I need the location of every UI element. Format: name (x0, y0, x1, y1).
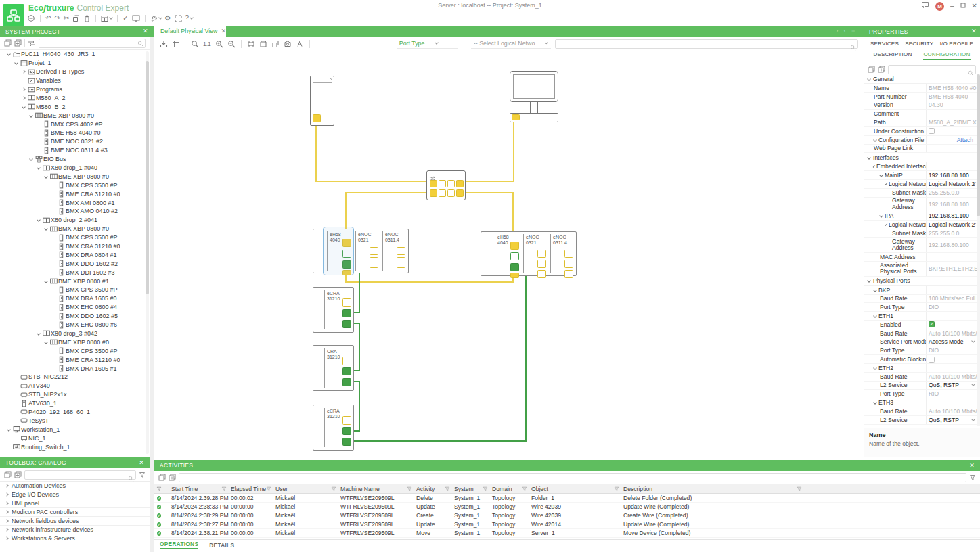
tree-expand-icon[interactable] (5, 536, 9, 540)
property-value[interactable]: QoS, RSTP (926, 382, 977, 390)
zoom-out-icon[interactable] (227, 40, 236, 48)
table-row[interactable]: ✓8/14/2024 2:38:29 PM00:00:00MickaëlWTFR… (154, 511, 980, 520)
row-expand-icon[interactable] (873, 366, 877, 370)
property-value[interactable]: QoS, RSTP (926, 416, 977, 424)
port[interactable] (430, 189, 437, 197)
property-value[interactable]: Attach (926, 136, 977, 144)
section-expand-icon[interactable] (867, 279, 871, 283)
wire-yellow[interactable] (315, 125, 317, 182)
tree-item[interactable]: BME XBP 0800 #1 (0, 277, 146, 285)
property-value[interactable] (926, 253, 977, 261)
tree-search-input[interactable] (41, 39, 136, 47)
property-value[interactable]: BME H58 4040 (926, 93, 977, 101)
tab-scroll-left-icon[interactable]: ‹ (837, 28, 839, 34)
port[interactable] (397, 247, 405, 255)
activities-close-icon[interactable]: ✕ (969, 462, 975, 469)
section-expand-icon[interactable] (867, 77, 871, 81)
section-expand-icon[interactable] (867, 156, 871, 160)
tree-expand-icon[interactable] (5, 484, 9, 488)
collapse-all-icon[interactable] (4, 37, 12, 49)
property-value[interactable]: Access Mode (926, 338, 977, 346)
tree-scrollbar[interactable] (146, 51, 149, 454)
property-value[interactable]: RIO (926, 390, 977, 398)
tree-item[interactable]: Programs (0, 85, 146, 94)
property-value[interactable]: Auto 10/100 Mbits/sec (926, 407, 977, 415)
property-section[interactable]: General (864, 74, 977, 84)
tree-item[interactable]: BME CRA 31210 #0 (0, 189, 146, 198)
toolbox-category[interactable]: Edge I/O Devices (0, 490, 150, 499)
row-expand-icon[interactable] (885, 223, 888, 226)
tree-expand-icon[interactable] (5, 519, 9, 523)
tab-security[interactable]: SECURITY (905, 41, 933, 47)
property-value[interactable]: 192.168.80.100 (926, 238, 977, 252)
tree-expand-icon[interactable] (28, 158, 35, 160)
tree-item[interactable]: X80 drop_1 #040 (0, 164, 146, 172)
toolbox-search-input[interactable] (27, 471, 127, 479)
port[interactable] (370, 267, 378, 275)
expand-all-icon[interactable] (14, 469, 22, 481)
filter-icon[interactable] (221, 486, 227, 492)
property-value[interactable]: 255.255.0.0 (926, 189, 977, 197)
tree-item[interactable]: BMX AMI 0800 #1 (0, 198, 146, 207)
sync-icon[interactable] (28, 37, 36, 49)
column-header-elapsed[interactable]: Elapsed Time (229, 484, 273, 493)
tree-expand-icon[interactable] (43, 341, 49, 344)
property-value[interactable] (926, 110, 977, 118)
wire-yellow[interactable] (466, 192, 514, 193)
tree-expand-icon[interactable] (20, 97, 27, 99)
tree-item[interactable]: BMX CPS 3500 #P (0, 181, 146, 189)
export-view-icon[interactable] (160, 40, 168, 48)
tree-expand-icon[interactable] (35, 166, 42, 169)
filter-icon[interactable] (969, 472, 976, 484)
property-value[interactable]: 100 Mbits/sec Full duplex (926, 295, 977, 303)
help-icon[interactable]: ? (185, 14, 194, 23)
column-header-machine[interactable]: Machine Name (338, 484, 414, 493)
port[interactable] (342, 416, 351, 425)
paste-icon[interactable] (83, 15, 91, 22)
close-icon[interactable]: ✕ (972, 2, 977, 10)
physical-view-canvas[interactable]: eH58 4040eNOC 0321eNOC 0311.4eH58 4040eN… (154, 51, 864, 460)
toolbox-category[interactable]: Workstations & Servers (0, 534, 150, 543)
tree-item[interactable]: BMX DDO 1602 #5 (0, 312, 146, 321)
property-value[interactable]: DIO (926, 303, 977, 311)
tree-item[interactable]: Projet_1 (0, 59, 146, 68)
collapse-all-icon[interactable] (4, 469, 12, 481)
switch-device[interactable] (426, 170, 466, 200)
tree-item[interactable]: BMX XBP 0800 #0 (0, 225, 146, 233)
toolbox-category[interactable]: Network infrastructure devices (0, 526, 150, 534)
table-row[interactable]: ✓8/14/2024 2:38:27 PM00:00:00MickaëlWTFR… (154, 520, 980, 529)
property-value[interactable]: Auto 10/100 Mbits/sec (926, 329, 977, 338)
property-section[interactable]: Physical Ports (864, 277, 977, 286)
tree-item[interactable]: Workstation_1 (0, 425, 146, 434)
tree-item[interactable]: STB_NIP2x1x (0, 390, 146, 399)
filter-icon[interactable] (797, 486, 802, 492)
tree-item[interactable]: BME H58 4040 #0 (0, 129, 146, 137)
tree-expand-icon[interactable] (5, 492, 9, 497)
port[interactable] (342, 378, 351, 386)
wire-green[interactable] (359, 323, 360, 371)
port[interactable] (342, 320, 351, 328)
checkbox-unchecked-icon[interactable] (929, 356, 935, 363)
tab-operations[interactable]: OPERATIONS (160, 540, 198, 549)
tree-item[interactable]: BMX DDI 1602 #3 (0, 268, 146, 277)
wire-yellow[interactable] (346, 192, 427, 193)
tab-details[interactable]: DETAILS (209, 542, 234, 549)
filter-icon[interactable] (445, 486, 450, 492)
tree-item[interactable]: TeSysT (0, 416, 146, 425)
filter-icon[interactable] (331, 486, 336, 492)
property-value[interactable]: DIO (926, 346, 977, 354)
tree-expand-icon[interactable] (20, 70, 27, 73)
tree-item[interactable]: BMX CRA 31210 #0 (0, 242, 146, 251)
filter-icon[interactable] (407, 486, 412, 492)
workstation-unit[interactable] (510, 113, 558, 122)
tab-io-profile[interactable]: I/O PROFILE (940, 41, 973, 47)
tree-item[interactable]: BMX EHC 0800 #4 (0, 303, 146, 312)
tree-item[interactable]: BMX DRA 1605 #1 (0, 364, 146, 373)
filter-icon[interactable] (139, 469, 146, 481)
checkbox-unchecked-icon[interactable] (929, 128, 935, 134)
column-header-domain[interactable]: Domain (490, 484, 529, 493)
toolbox-category[interactable]: Network fieldbus devices (0, 517, 150, 526)
row-expand-icon[interactable] (879, 214, 883, 218)
property-value[interactable] (926, 127, 977, 135)
tree-expand-icon[interactable] (43, 227, 49, 230)
